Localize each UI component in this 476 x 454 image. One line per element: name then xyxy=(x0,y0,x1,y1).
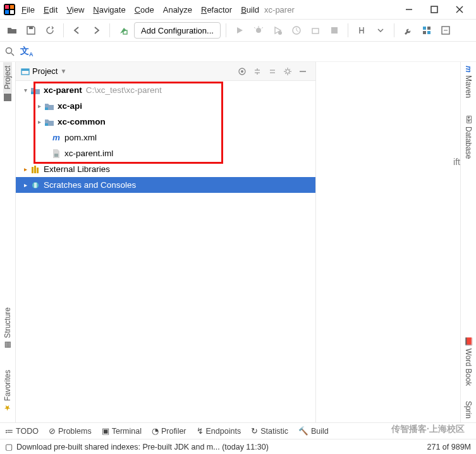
svg-point-24 xyxy=(6,47,12,53)
svg-rect-38 xyxy=(34,166,36,173)
save-button[interactable] xyxy=(23,22,39,39)
tree-file-pom[interactable]: m pom.xml xyxy=(16,130,315,145)
run-config-dropdown[interactable]: Add Configuration... xyxy=(134,22,221,39)
project-view-dropdown[interactable]: ▼ xyxy=(60,68,66,75)
tab-todo[interactable]: ≔TODO xyxy=(5,426,39,436)
close-button[interactable] xyxy=(447,0,472,19)
tab-wordbook[interactable]: 📕Word Book xyxy=(464,333,473,390)
hide-panel[interactable] xyxy=(295,64,310,79)
sync-button[interactable] xyxy=(42,22,58,39)
search-everywhere-icon[interactable] xyxy=(437,22,454,39)
vcs-button[interactable] xyxy=(353,22,370,39)
tab-terminal[interactable]: ▣Terminal xyxy=(102,426,142,436)
tab-maven[interactable]: mMaven xyxy=(464,62,473,102)
menu-build[interactable]: Build xyxy=(241,5,259,15)
folder-icon xyxy=(44,116,55,128)
tree-root[interactable]: ▾ xc-parent C:\xc_test\xc-parent xyxy=(16,82,315,98)
search-row: 文A xyxy=(0,42,476,62)
menu-code[interactable]: Code xyxy=(135,5,154,15)
back-button[interactable] xyxy=(69,22,85,39)
stop-button[interactable] xyxy=(326,22,343,39)
profile-button[interactable] xyxy=(288,22,305,39)
svg-rect-17 xyxy=(312,28,319,34)
tree-module-api[interactable]: ▸ xc-api xyxy=(16,98,315,114)
warning-icon: ⊘ xyxy=(49,426,56,436)
svg-rect-4 xyxy=(10,10,14,14)
settings-wrench-icon[interactable] xyxy=(400,22,416,39)
svg-line-13 xyxy=(254,27,255,28)
menu-navigate[interactable]: Navigate xyxy=(93,5,125,15)
tree-file-iml[interactable]: xc-parent.iml xyxy=(16,145,315,161)
tab-spring[interactable]: Sprin xyxy=(464,397,473,422)
main-menu: File Edit View Navigate Code Analyze Ref… xyxy=(21,5,259,15)
svg-rect-26 xyxy=(4,94,11,101)
run-button[interactable] xyxy=(231,22,248,39)
coverage-button[interactable] xyxy=(269,22,286,39)
minimize-button[interactable] xyxy=(396,0,422,19)
tab-database[interactable]: 🗄Database xyxy=(464,112,473,163)
commit-icon[interactable] xyxy=(3,93,12,102)
app-logo xyxy=(4,4,15,15)
scratches-icon xyxy=(30,180,41,191)
search-icon[interactable] xyxy=(5,47,15,57)
project-tree[interactable]: ▾ xc-parent C:\xc_test\xc-parent ▸ xc-ap… xyxy=(16,81,315,422)
svg-rect-37 xyxy=(32,167,34,173)
project-panel: Project ▼ ▾ xc-parent C:\xc_test\xc-pare… xyxy=(16,62,316,422)
tab-structure[interactable]: ▦Structure xyxy=(3,304,12,353)
tree-external-libs[interactable]: ▸ External Libraries xyxy=(16,161,315,177)
svg-line-14 xyxy=(262,27,263,28)
tab-endpoints[interactable]: ↯Endpoints xyxy=(197,426,241,436)
svg-point-31 xyxy=(286,70,290,73)
statistic-icon: ↻ xyxy=(251,426,258,436)
editor-area: ift xyxy=(316,62,460,422)
tab-favorites[interactable]: ★Favorites xyxy=(3,366,12,416)
svg-rect-28 xyxy=(21,69,29,71)
menu-analyze[interactable]: Analyze xyxy=(163,5,192,15)
open-button[interactable] xyxy=(4,22,20,39)
project-panel-header: Project ▼ xyxy=(16,62,315,81)
svg-rect-6 xyxy=(431,6,437,13)
collapse-all[interactable] xyxy=(265,64,280,79)
menu-file[interactable]: File xyxy=(21,5,35,15)
tab-project[interactable]: Project xyxy=(3,62,12,93)
debug-button[interactable] xyxy=(250,22,267,39)
menu-edit[interactable]: Edit xyxy=(44,5,58,15)
forward-button[interactable] xyxy=(88,22,104,39)
svg-rect-22 xyxy=(427,31,430,34)
translate-icon[interactable]: 文A xyxy=(20,46,34,58)
svg-point-15 xyxy=(278,31,282,35)
status-bar: ▢ Download pre-built shared indexes: Pre… xyxy=(0,439,476,454)
maximize-button[interactable] xyxy=(422,0,447,19)
build-button[interactable] xyxy=(115,22,131,39)
panel-settings[interactable] xyxy=(280,64,295,79)
tab-problems[interactable]: ⊘Problems xyxy=(49,426,92,436)
svg-rect-35 xyxy=(45,123,48,126)
expand-all[interactable] xyxy=(250,64,265,79)
tab-statistic[interactable]: ↻Statistic xyxy=(251,426,288,436)
tree-module-common[interactable]: ▸ xc-common xyxy=(16,114,315,130)
left-tool-strip: Project ▦Structure ★Favorites xyxy=(0,62,16,422)
status-message: Download pre-built shared indexes: Pre-b… xyxy=(16,443,269,451)
statusbar-toggle-icon[interactable]: ▢ xyxy=(5,442,13,451)
svg-rect-36 xyxy=(54,154,58,157)
attach-button[interactable] xyxy=(307,22,324,39)
status-memory[interactable]: 271 of 989M xyxy=(427,443,472,451)
tab-build[interactable]: 🔨Build xyxy=(298,426,329,436)
tab-profiler[interactable]: ◔Profiler xyxy=(152,426,186,436)
list-icon: ≔ xyxy=(5,426,13,436)
menu-refactor[interactable]: Refactor xyxy=(201,5,232,15)
maven-icon: m xyxy=(51,132,62,144)
folder-icon xyxy=(44,101,55,112)
svg-line-25 xyxy=(11,53,14,56)
svg-rect-3 xyxy=(5,10,9,14)
titlebar: File Edit View Navigate Code Analyze Ref… xyxy=(0,0,476,19)
menu-view[interactable]: View xyxy=(66,5,84,15)
select-opened-file[interactable] xyxy=(235,64,250,79)
hammer-icon: 🔨 xyxy=(298,426,308,436)
project-structure-icon[interactable] xyxy=(418,22,435,39)
project-panel-title[interactable]: Project xyxy=(32,66,58,76)
vcs-dropdown[interactable] xyxy=(372,22,389,39)
tree-scratches[interactable]: ▸ Scratches and Consoles xyxy=(16,177,315,193)
svg-rect-41 xyxy=(34,183,37,188)
main-area: Project ▦Structure ★Favorites Project ▼ … xyxy=(0,62,476,422)
